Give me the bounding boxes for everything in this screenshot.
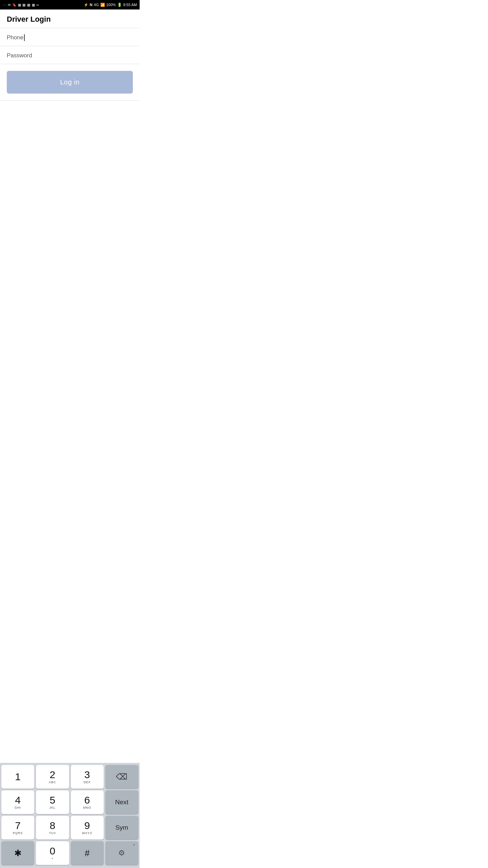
key-next-label: Next — [115, 798, 128, 806]
key-8-sub: TUV — [49, 831, 56, 835]
status-bar: ··· ✉ 🔖 ▦ ▦ ▦ ▦ ∞ ⚡ N 4G 📶 100% 🔋 8:55 A… — [0, 0, 140, 9]
key-5[interactable]: 5 JKL — [36, 790, 69, 814]
key-5-sub: JKL — [49, 806, 56, 809]
signal-bars: 📶 — [100, 3, 105, 7]
nfc-icon: N — [90, 3, 93, 7]
page-title: Driver Login — [7, 15, 133, 24]
password-field-row[interactable]: Password — [0, 46, 140, 64]
key-settings[interactable]: ⚙ — [105, 841, 138, 865]
key-2[interactable]: 2 ABC — [36, 765, 69, 789]
key-hash[interactable]: # — [71, 841, 104, 865]
key-8-char: 8 — [50, 821, 56, 831]
key-0-sub: + — [52, 857, 54, 860]
key-9[interactable]: 9 WXYZ — [71, 816, 104, 840]
battery-level: 100% — [106, 3, 116, 7]
login-button[interactable]: Log in — [7, 71, 133, 94]
app-header: Driver Login — [0, 9, 140, 28]
key-3[interactable]: 3 DEF — [71, 765, 104, 789]
phone-label: Phone — [7, 34, 23, 41]
key-3-sub: DEF — [84, 781, 91, 784]
key-2-char: 2 — [50, 770, 56, 780]
key-7[interactable]: 7 PQRS — [1, 816, 34, 840]
keyboard-row-2: 4 GHI 5 JKL 6 MNO Next — [1, 790, 138, 814]
settings-dot — [133, 844, 135, 846]
key-9-char: 9 — [84, 821, 90, 831]
password-label: Password — [7, 52, 32, 59]
keyboard-row-3: 7 PQRS 8 TUV 9 WXYZ Sym — [1, 816, 138, 840]
key-2-sub: ABC — [49, 781, 56, 784]
key-sym-label: Sym — [115, 824, 128, 831]
settings-gear-icon: ⚙ — [118, 849, 125, 857]
key-0[interactable]: 0 + — [36, 841, 69, 865]
key-next[interactable]: Next — [105, 790, 138, 814]
status-bar-left: ··· ✉ 🔖 ▦ ▦ ▦ ▦ ∞ — [3, 3, 39, 7]
status-icons: ··· ✉ 🔖 ▦ ▦ ▦ ▦ ∞ — [3, 3, 39, 7]
key-backspace[interactable]: ⌫ — [105, 765, 138, 789]
key-6-sub: MNO — [83, 806, 91, 809]
status-bar-right: ⚡ N 4G 📶 100% 🔋 8:55 AM — [84, 3, 137, 7]
keyboard: 1 2 ABC 3 DEF ⌫ 4 GHI 5 JKL 6 MNO Next — [0, 763, 140, 868]
key-7-char: 7 — [15, 821, 21, 831]
key-9-sub: WXYZ — [82, 831, 92, 835]
phone-field-row[interactable]: Phone — [0, 28, 140, 46]
key-star[interactable]: ✱ — [1, 841, 34, 865]
form-area: Phone Password Log in — [0, 28, 140, 763]
key-3-char: 3 — [84, 770, 90, 780]
key-4-char: 4 — [15, 795, 21, 805]
key-hash-char: # — [85, 849, 89, 857]
key-6-char: 6 — [84, 795, 90, 805]
key-0-char: 0 — [50, 846, 56, 856]
key-4-sub: GHI — [15, 806, 21, 809]
key-6[interactable]: 6 MNO — [71, 790, 104, 814]
backspace-icon: ⌫ — [116, 772, 127, 782]
network-icon: 4G — [94, 3, 99, 7]
key-sym[interactable]: Sym — [105, 816, 138, 840]
keyboard-row-1: 1 2 ABC 3 DEF ⌫ — [1, 765, 138, 789]
spacer — [0, 101, 140, 763]
phone-cursor — [24, 34, 25, 41]
login-button-wrapper: Log in — [0, 64, 140, 100]
key-4[interactable]: 4 GHI — [1, 790, 34, 814]
key-8[interactable]: 8 TUV — [36, 816, 69, 840]
time-display: 8:55 AM — [123, 3, 137, 7]
key-star-char: ✱ — [14, 849, 22, 857]
key-7-sub: PQRS — [13, 831, 23, 835]
battery-icon: 🔋 — [117, 3, 122, 7]
key-1-char: 1 — [15, 772, 21, 782]
key-1[interactable]: 1 — [1, 765, 34, 789]
keyboard-row-4: ✱ 0 + # ⚙ — [1, 841, 138, 865]
key-5-char: 5 — [50, 795, 56, 805]
bluetooth-icon: ⚡ — [84, 3, 88, 7]
